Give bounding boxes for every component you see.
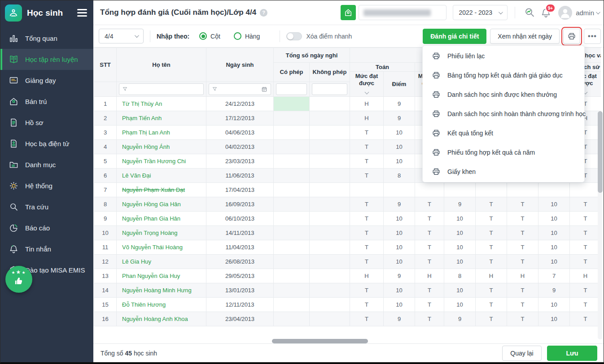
grade-cell[interactable]: 9: [384, 111, 415, 125]
grade-cell[interactable]: [310, 254, 350, 269]
grade-cell[interactable]: [274, 312, 310, 326]
grade-cell[interactable]: T: [476, 283, 507, 297]
grade-cell[interactable]: T: [570, 225, 601, 240]
quick-delete-toggle[interactable]: [286, 32, 302, 40]
grade-cell[interactable]: T: [570, 312, 601, 326]
grade-cell[interactable]: H: [570, 269, 601, 283]
grade-cell[interactable]: 9: [384, 197, 415, 211]
hamburger-menu-icon[interactable]: [77, 9, 87, 17]
grade-cell[interactable]: T: [415, 297, 444, 312]
grade-cell[interactable]: [384, 182, 415, 197]
print-menu-item[interactable]: Danh sách học sinh hoàn thành chương trì…: [423, 104, 584, 123]
grade-cell[interactable]: H: [476, 269, 507, 283]
grade-cell[interactable]: T: [570, 240, 601, 254]
grade-cell[interactable]: [274, 96, 310, 111]
grade-cell[interactable]: [274, 154, 310, 168]
grade-cell[interactable]: [350, 182, 384, 197]
grade-cell[interactable]: T: [350, 297, 384, 312]
grade-cell[interactable]: [274, 269, 310, 283]
grade-cell[interactable]: 10: [384, 211, 415, 225]
radio-row[interactable]: Hàng: [234, 32, 260, 40]
daily-comment-button[interactable]: Xem nhận xét ngày: [490, 29, 560, 44]
print-menu-item[interactable]: Phiếu liên lạc: [423, 46, 584, 65]
grade-cell[interactable]: [310, 211, 350, 225]
grade-cell[interactable]: T: [507, 254, 538, 269]
grade-cell[interactable]: [274, 111, 310, 125]
grade-cell[interactable]: [274, 283, 310, 297]
grade-cell[interactable]: [310, 225, 350, 240]
grade-cell[interactable]: T: [507, 297, 538, 312]
student-name-link[interactable]: Nguyễn Trần Hương Chi: [122, 158, 186, 165]
vertical-scrollbar-thumb[interactable]: [598, 111, 603, 193]
grade-cell[interactable]: 7: [538, 269, 570, 283]
grade-cell[interactable]: T: [476, 197, 507, 211]
sidebar-item-presentation[interactable]: Giảng dạy: [0, 70, 93, 91]
grade-cell[interactable]: [274, 168, 310, 182]
grade-cell[interactable]: [274, 211, 310, 225]
horizontal-scrollbar-thumb[interactable]: [272, 339, 368, 343]
grade-cell[interactable]: 9: [538, 283, 570, 297]
grade-cell[interactable]: T: [415, 312, 444, 326]
grade-cell[interactable]: [274, 254, 310, 269]
grade-cell[interactable]: 10: [384, 297, 415, 312]
grade-cell[interactable]: T: [476, 312, 507, 326]
unexcused-filter-input[interactable]: [312, 83, 347, 95]
grade-cell[interactable]: 8: [384, 168, 415, 182]
grade-cell[interactable]: 9: [444, 197, 476, 211]
grade-cell[interactable]: [476, 182, 507, 197]
grade-cell[interactable]: T: [415, 225, 444, 240]
grade-cell[interactable]: H: [350, 111, 384, 125]
grade-cell[interactable]: [310, 297, 350, 312]
student-name-link[interactable]: Võ Nguyễn Thái Hoàng: [122, 244, 183, 251]
grade-cell[interactable]: T: [507, 283, 538, 297]
grade-cell[interactable]: 10: [538, 297, 570, 312]
save-button[interactable]: Lưu: [547, 346, 597, 361]
student-name-link[interactable]: Nguyễn Phan Gia Hân: [122, 215, 180, 222]
grade-cell[interactable]: T: [350, 168, 384, 182]
avatar[interactable]: [558, 6, 572, 20]
grade-cell[interactable]: H: [415, 269, 444, 283]
help-icon[interactable]: ?: [260, 9, 267, 17]
class-select[interactable]: 4/4: [99, 29, 144, 43]
sidebar-item-gear[interactable]: Hệ thống: [0, 175, 93, 196]
print-menu-item[interactable]: Kết quả tổng kết: [423, 124, 584, 143]
back-button[interactable]: Quay lại: [502, 346, 542, 361]
print-menu-item[interactable]: Bảng tổng hợp kết quả đánh giá giáo dục: [423, 65, 584, 85]
sidebar-item-e-record[interactable]: Học bạ điện tử: [0, 133, 93, 154]
sidebar-item-folder[interactable]: Danh mục: [0, 154, 93, 175]
grade-cell[interactable]: T: [415, 283, 444, 297]
sidebar-item-bell[interactable]: Tin nhắn: [0, 238, 93, 260]
school-name-field[interactable]: [359, 5, 446, 20]
grade-cell[interactable]: [310, 182, 350, 197]
school-year-select[interactable]: 2022 - 2023: [453, 5, 508, 20]
grade-cell[interactable]: H: [350, 96, 384, 111]
grade-cell[interactable]: 10: [538, 211, 570, 225]
grade-cell[interactable]: 10: [384, 254, 415, 269]
home-button[interactable]: [341, 5, 356, 20]
student-name-link[interactable]: Nguyễn Hồng Gia Hân: [122, 201, 181, 208]
detail-evaluation-button[interactable]: Đánh giá chi tiết: [423, 29, 486, 44]
grade-cell[interactable]: T: [570, 283, 601, 297]
grade-cell[interactable]: [310, 139, 350, 154]
grade-cell[interactable]: [310, 96, 350, 111]
grade-cell[interactable]: T: [415, 197, 444, 211]
dob-filter-input[interactable]: [209, 83, 271, 95]
grade-cell[interactable]: [274, 197, 310, 211]
grade-cell[interactable]: T: [350, 283, 384, 297]
grade-cell[interactable]: [310, 283, 350, 297]
grade-cell[interactable]: T: [350, 154, 384, 168]
grade-cell[interactable]: T: [507, 211, 538, 225]
grade-cell[interactable]: T: [507, 197, 538, 211]
sidebar-item-magnifier[interactable]: Tra cứu: [0, 196, 93, 217]
grade-cell[interactable]: T: [570, 197, 601, 211]
grade-cell[interactable]: [274, 240, 310, 254]
grade-cell[interactable]: [274, 182, 310, 197]
grade-cell[interactable]: 9: [384, 269, 415, 283]
grade-cell[interactable]: [538, 182, 570, 197]
student-name-link[interactable]: Nguyễn Hồng Ánh: [122, 143, 170, 150]
sidebar-item-pie-chart[interactable]: Báo cáo: [0, 217, 93, 238]
print-menu-item[interactable]: Danh sách học sinh được khen thưởng: [423, 85, 584, 104]
grade-cell[interactable]: T: [415, 240, 444, 254]
grade-cell[interactable]: T: [507, 240, 538, 254]
grade-cell[interactable]: T: [570, 297, 601, 312]
